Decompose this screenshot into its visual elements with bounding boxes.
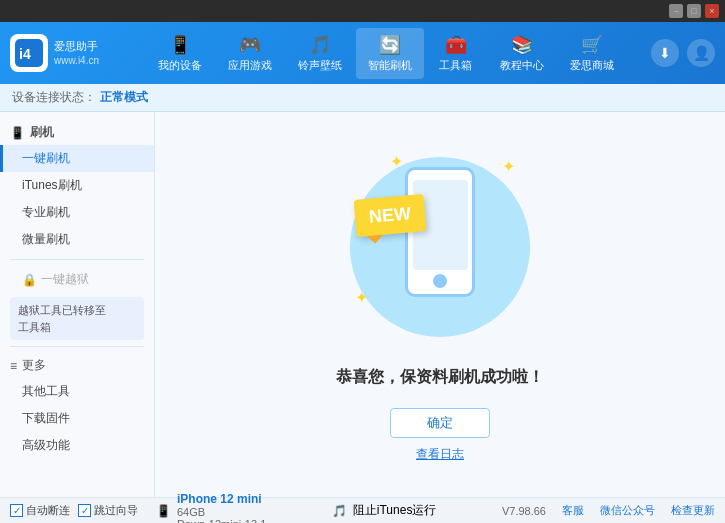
status-label: 设备连接状态： bbox=[12, 89, 96, 106]
sidebar-item-pro-flash[interactable]: 专业刷机 bbox=[0, 199, 154, 226]
wechat-link[interactable]: 微信公众号 bbox=[600, 503, 655, 518]
smart-flash-icon: 🔄 bbox=[379, 34, 401, 56]
svg-text:i4: i4 bbox=[19, 46, 31, 62]
device-storage: 64GB bbox=[177, 506, 266, 518]
skip-wizard-checkbox[interactable]: ✓ 跳过向导 bbox=[78, 503, 138, 518]
sidebar-item-one-click-flash[interactable]: 一键刷机 bbox=[0, 145, 154, 172]
sparkle-icon-2: ✦ bbox=[502, 157, 515, 176]
bottom-bar: ✓ 自动断连 ✓ 跳过向导 📱 iPhone 12 mini 64GB Down… bbox=[0, 497, 725, 523]
auto-close-check: ✓ bbox=[10, 504, 23, 517]
device-icon: 📱 bbox=[156, 504, 171, 518]
history-link[interactable]: 查看日志 bbox=[416, 446, 464, 463]
sidebar-item-download-fw[interactable]: 下载固件 bbox=[0, 405, 154, 432]
device-info: 📱 iPhone 12 mini 64GB Down-12mini-13,1 bbox=[156, 492, 266, 524]
bottom-right: V7.98.66 客服 微信公众号 检查更新 bbox=[502, 503, 715, 518]
ringtones-icon: 🎵 bbox=[309, 34, 331, 56]
nav-my-device[interactable]: 📱 我的设备 bbox=[146, 28, 214, 79]
customer-service-link[interactable]: 客服 bbox=[562, 503, 584, 518]
content-illustration: NEW ✦ ✦ ✦ bbox=[330, 147, 550, 347]
sparkle-icon-3: ✦ bbox=[355, 288, 368, 307]
close-button[interactable]: × bbox=[705, 4, 719, 18]
sidebar-item-itunes-flash[interactable]: iTunes刷机 bbox=[0, 172, 154, 199]
itunes-label: 阻止iTunes运行 bbox=[353, 502, 437, 519]
content-area: NEW ✦ ✦ ✦ 恭喜您，保资料刷机成功啦！ 确定 查看日志 bbox=[155, 112, 725, 497]
nav-smart-flash[interactable]: 🔄 智能刷机 bbox=[356, 28, 424, 79]
new-badge: NEW bbox=[354, 194, 427, 237]
phone-home-btn bbox=[433, 274, 447, 288]
flash-section-header: 📱 刷机 bbox=[0, 120, 154, 145]
version-label: V7.98.66 bbox=[502, 505, 546, 517]
status-value: 正常模式 bbox=[100, 89, 148, 106]
content-title: 恭喜您，保资料刷机成功啦！ bbox=[336, 367, 544, 388]
app-games-icon: 🎮 bbox=[239, 34, 261, 56]
sparkle-icon-1: ✦ bbox=[390, 152, 403, 171]
nav-app-games[interactable]: 🎮 应用游戏 bbox=[216, 28, 284, 79]
nav-ringtones[interactable]: 🎵 铃声壁纸 bbox=[286, 28, 354, 79]
header-right: ⬇ 👤 bbox=[651, 39, 715, 67]
sidebar-divider-2 bbox=[10, 346, 144, 347]
nav-items: 📱 我的设备 🎮 应用游戏 🎵 铃声壁纸 🔄 智能刷机 🧰 工具箱 📚 教程中心… bbox=[120, 28, 651, 79]
my-device-icon: 📱 bbox=[169, 34, 191, 56]
lock-icon: 🔒 bbox=[22, 273, 37, 287]
bottom-itunes-section: 🎵 阻止iTunes运行 bbox=[332, 502, 437, 519]
flash-section-icon: 📱 bbox=[10, 126, 25, 140]
minimize-button[interactable]: － bbox=[669, 4, 683, 18]
nav-store[interactable]: 🛒 爱思商城 bbox=[558, 28, 626, 79]
auto-close-checkbox[interactable]: ✓ 自动断连 bbox=[10, 503, 70, 518]
store-icon: 🛒 bbox=[581, 34, 603, 56]
header: i4 爱思助手 www.i4.cn 📱 我的设备 🎮 应用游戏 🎵 铃声壁纸 🔄… bbox=[0, 22, 725, 84]
nav-tutorials[interactable]: 📚 教程中心 bbox=[488, 28, 556, 79]
sidebar-item-micro-flash[interactable]: 微量刷机 bbox=[0, 226, 154, 253]
user-button[interactable]: 👤 bbox=[687, 39, 715, 67]
sidebar: 📱 刷机 一键刷机 iTunes刷机 专业刷机 微量刷机 🔒 一键越狱 越狱工具… bbox=[0, 112, 155, 497]
logo-text: 爱思助手 www.i4.cn bbox=[54, 39, 99, 66]
bottom-left: ✓ 自动断连 ✓ 跳过向导 📱 iPhone 12 mini 64GB Down… bbox=[10, 492, 266, 524]
title-bar: － □ × bbox=[0, 0, 725, 22]
jailbreak-note: 越狱工具已转移至工具箱 bbox=[10, 297, 144, 340]
nav-toolbox[interactable]: 🧰 工具箱 bbox=[426, 28, 486, 79]
itunes-icon: 🎵 bbox=[332, 504, 347, 518]
toolbox-icon: 🧰 bbox=[445, 34, 467, 56]
device-model: Down-12mini-13,1 bbox=[177, 518, 266, 524]
download-button[interactable]: ⬇ bbox=[651, 39, 679, 67]
more-icon: ≡ bbox=[10, 359, 17, 373]
jailbreak-section-header: 🔒 一键越狱 bbox=[0, 266, 154, 293]
tutorials-icon: 📚 bbox=[511, 34, 533, 56]
status-bar: 设备连接状态： 正常模式 bbox=[0, 84, 725, 112]
sidebar-divider-1 bbox=[10, 259, 144, 260]
flash-section-label: 刷机 bbox=[30, 124, 54, 141]
sidebar-item-advanced[interactable]: 高级功能 bbox=[0, 432, 154, 459]
maximize-button[interactable]: □ bbox=[687, 4, 701, 18]
device-name: iPhone 12 mini bbox=[177, 492, 266, 506]
logo-icon: i4 bbox=[10, 34, 48, 72]
confirm-button[interactable]: 确定 bbox=[390, 408, 490, 438]
logo-area: i4 爱思助手 www.i4.cn bbox=[10, 34, 110, 72]
main-layout: 📱 刷机 一键刷机 iTunes刷机 专业刷机 微量刷机 🔒 一键越狱 越狱工具… bbox=[0, 112, 725, 497]
more-section-header: ≡ 更多 bbox=[0, 353, 154, 378]
sidebar-item-other-tools[interactable]: 其他工具 bbox=[0, 378, 154, 405]
skip-wizard-check: ✓ bbox=[78, 504, 91, 517]
more-section-label: 更多 bbox=[22, 357, 46, 374]
check-update-link[interactable]: 检查更新 bbox=[671, 503, 715, 518]
